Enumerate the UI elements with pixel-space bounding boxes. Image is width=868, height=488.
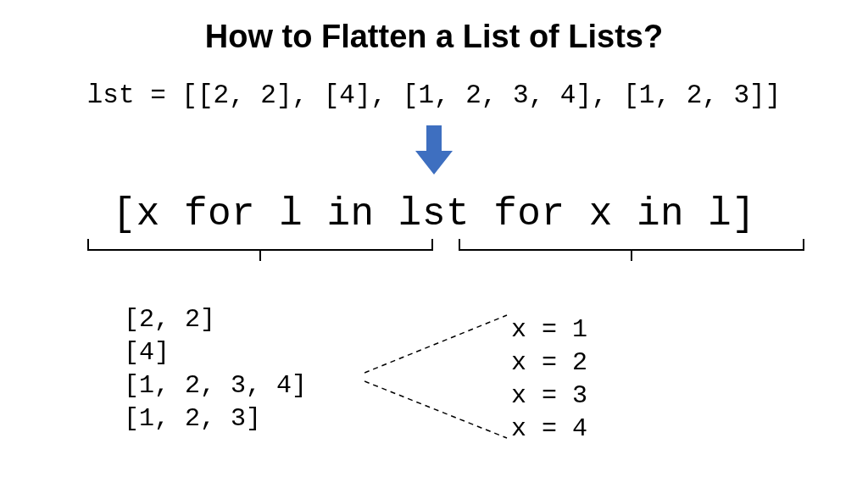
svg-line-1 xyxy=(364,315,507,373)
x-item: x = 4 xyxy=(511,413,587,446)
page-title: How to Flatten a List of Lists? xyxy=(0,19,868,55)
dashed-lines-icon xyxy=(364,307,509,451)
svg-marker-0 xyxy=(415,125,453,175)
l-values-block: [2, 2] [4] [1, 2, 3, 4] [1, 2, 3] xyxy=(124,303,307,435)
x-values-block: x = 1 x = 2 x = 3 x = 4 xyxy=(511,313,587,446)
sublist-item: [2, 2] xyxy=(124,303,307,336)
x-item: x = 1 xyxy=(511,313,587,347)
sublist-item: [1, 2, 3] xyxy=(124,402,307,435)
x-item: x = 2 xyxy=(511,347,587,380)
svg-line-2 xyxy=(364,381,507,438)
down-arrow-icon xyxy=(415,125,453,175)
code-line-comprehension: [x for l in lst for x in l] xyxy=(0,192,868,236)
sublist-item: [1, 2, 3, 4] xyxy=(124,369,307,402)
x-item: x = 3 xyxy=(511,380,587,413)
bracket-left xyxy=(86,239,434,261)
code-line-lst-definition: lst = [[2, 2], [4], [1, 2, 3, 4], [1, 2,… xyxy=(0,80,868,110)
sublist-item: [4] xyxy=(124,336,307,369)
bracket-right xyxy=(458,239,805,261)
